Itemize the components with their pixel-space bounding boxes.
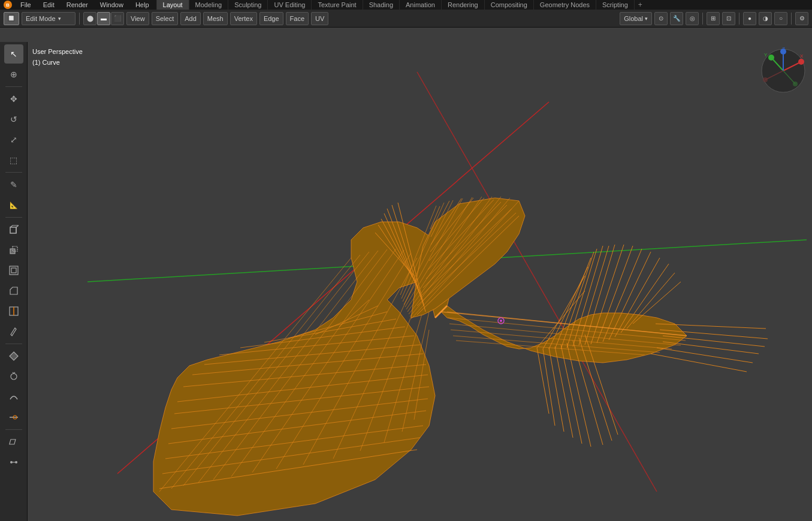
loopcut-btn[interactable] bbox=[4, 302, 23, 321]
svg-text:Z: Z bbox=[782, 47, 785, 52]
uv-menu-btn[interactable]: UV bbox=[311, 12, 328, 25]
edge-select-mode-btn[interactable]: ▬ bbox=[97, 12, 110, 25]
ws-tab-animation[interactable]: Animation bbox=[400, 0, 442, 10]
svg-point-123 bbox=[798, 59, 804, 65]
cube-icon bbox=[9, 225, 19, 234]
select-menu-btn[interactable]: Select bbox=[152, 12, 179, 25]
sep-3 bbox=[739, 13, 739, 25]
merge-btn[interactable] bbox=[4, 453, 23, 472]
blender-logo: B bbox=[4, 1, 12, 9]
ws-tab-sculpting[interactable]: Sculpting bbox=[228, 0, 268, 10]
add-workspace-button[interactable]: + bbox=[635, 0, 646, 10]
pivot-dot bbox=[500, 320, 502, 322]
sidebar-sep-1 bbox=[5, 86, 22, 87]
menu-help[interactable]: Help bbox=[132, 0, 153, 10]
inset-btn[interactable] bbox=[4, 261, 23, 280]
svg-point-13 bbox=[10, 461, 13, 463]
viewport-3d[interactable]: User Perspective (1) Curve X Y Z bbox=[28, 42, 812, 521]
proportional-edit-btn[interactable]: ◎ bbox=[686, 12, 699, 25]
scale-tool-btn[interactable]: ⤢ bbox=[4, 130, 23, 149]
ws-tab-texturepaint[interactable]: Texture Paint bbox=[312, 0, 363, 10]
sidebar-sep-2 bbox=[5, 172, 22, 173]
mode-selector[interactable]: Edit Mode bbox=[22, 12, 76, 25]
menu-render[interactable]: Render bbox=[63, 0, 92, 10]
face-select-mode-btn[interactable]: ⬛ bbox=[111, 12, 124, 25]
extrude-icon bbox=[9, 245, 19, 255]
svg-point-14 bbox=[15, 461, 17, 463]
measure-tool-btn[interactable]: 📐 bbox=[4, 195, 23, 215]
poly-build-btn[interactable] bbox=[4, 347, 23, 366]
snap-btn[interactable]: 🔧 bbox=[670, 12, 683, 25]
spin-btn[interactable] bbox=[4, 367, 23, 386]
menu-edit[interactable]: Edit bbox=[40, 0, 58, 10]
transform-orientation-btn[interactable]: Global bbox=[620, 12, 652, 25]
ws-tab-uvediting[interactable]: UV Editing bbox=[268, 0, 312, 10]
sep-4 bbox=[791, 13, 792, 25]
edge-slide-btn[interactable] bbox=[4, 408, 23, 427]
knife-icon bbox=[9, 327, 19, 336]
smooth-btn[interactable] bbox=[4, 387, 23, 406]
ws-tab-rendering[interactable]: Rendering bbox=[442, 0, 485, 10]
transform-pivot-btn[interactable]: ⊙ bbox=[654, 12, 668, 25]
header-toolbar: 🔲 Edit Mode ⬤ ▬ ⬛ View Select Add Mesh V… bbox=[0, 10, 812, 28]
workspace-topbar: B File Edit Render Window Help Layout Mo… bbox=[0, 0, 812, 10]
ws-tab-shading[interactable]: Shading bbox=[363, 0, 400, 10]
merge-icon bbox=[9, 457, 19, 467]
select-tool-btn[interactable]: ↖ bbox=[4, 44, 23, 64]
rotate-tool-btn[interactable]: ↺ bbox=[4, 110, 23, 129]
sidebar-sep-5 bbox=[5, 429, 22, 430]
svg-point-9 bbox=[11, 374, 17, 380]
ws-tab-scripting[interactable]: Scripting bbox=[596, 0, 635, 10]
viewport-shading-solid[interactable]: ● bbox=[743, 12, 756, 25]
svg-rect-0 bbox=[10, 227, 16, 233]
vertex-menu-btn[interactable]: Vertex bbox=[230, 12, 257, 25]
svg-marker-5 bbox=[10, 287, 17, 294]
svg-point-132 bbox=[763, 77, 768, 82]
shear-icon bbox=[9, 437, 19, 447]
spin-icon bbox=[9, 372, 19, 381]
annotate-tool-btn[interactable]: ✎ bbox=[4, 175, 23, 194]
edge-menu-btn[interactable]: Edge bbox=[259, 12, 283, 25]
loopcut-icon bbox=[9, 306, 19, 316]
left-sidebar: ↖ ⊕ ✥ ↺ ⤢ ⬚ ✎ 📐 bbox=[0, 42, 28, 521]
xray-btn[interactable]: ⊡ bbox=[722, 12, 735, 25]
sidebar-sep-4 bbox=[5, 344, 22, 344]
add-cube-btn[interactable] bbox=[4, 220, 23, 239]
extrude-btn[interactable] bbox=[4, 240, 23, 260]
knife-btn[interactable] bbox=[4, 322, 23, 341]
view-menu-btn[interactable]: View bbox=[126, 12, 149, 25]
svg-text:X: X bbox=[800, 53, 804, 59]
settings-btn[interactable]: ⚙ bbox=[795, 12, 808, 25]
ws-tab-modeling[interactable]: Modeling bbox=[189, 0, 229, 10]
cursor-tool-btn[interactable]: ⊕ bbox=[4, 65, 23, 84]
menu-window[interactable]: Window bbox=[96, 0, 127, 10]
svg-rect-3 bbox=[10, 266, 18, 275]
svg-point-126 bbox=[768, 55, 774, 61]
navigation-gizmo[interactable]: X Y Z bbox=[759, 47, 807, 95]
inset-icon bbox=[9, 266, 19, 275]
bevel-btn[interactable] bbox=[4, 281, 23, 300]
svg-point-134 bbox=[793, 82, 798, 86]
bevel-icon bbox=[9, 286, 19, 296]
menu-file[interactable]: File bbox=[17, 0, 35, 10]
face-menu-btn[interactable]: Face bbox=[286, 12, 309, 25]
svg-text:Y: Y bbox=[764, 52, 768, 58]
add-menu-btn[interactable]: Add bbox=[180, 12, 201, 25]
transform-tool-btn[interactable]: ⬚ bbox=[4, 150, 23, 170]
viewport-shading-material[interactable]: ◑ bbox=[759, 12, 772, 25]
ws-tab-compositing[interactable]: Compositing bbox=[485, 0, 534, 10]
move-tool-btn[interactable]: ✥ bbox=[4, 89, 23, 109]
mesh-select-mode-group: ⬤ ▬ ⬛ bbox=[83, 12, 124, 25]
smooth-icon bbox=[9, 392, 19, 402]
overlay-btn[interactable]: ⊞ bbox=[707, 12, 720, 25]
app-menu-area: B File Edit Render Window Help bbox=[0, 0, 157, 10]
mesh-menu-btn[interactable]: Mesh bbox=[203, 12, 228, 25]
ws-tab-layout[interactable]: Layout bbox=[157, 0, 189, 10]
vertex-select-mode-btn[interactable]: ⬤ bbox=[83, 12, 96, 25]
gizmo-svg: X Y Z bbox=[759, 47, 807, 95]
mode-selector-label: Edit Mode bbox=[26, 15, 56, 22]
viewport-shading-rendered[interactable]: ○ bbox=[774, 12, 787, 25]
viewport-type-icon[interactable]: 🔲 bbox=[4, 12, 19, 25]
shear-btn[interactable] bbox=[4, 432, 23, 451]
ws-tab-geometrynodes[interactable]: Geometry Nodes bbox=[534, 0, 596, 10]
